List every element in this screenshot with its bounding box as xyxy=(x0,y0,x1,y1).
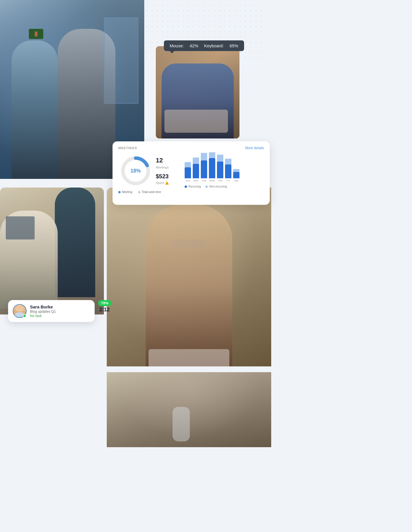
meetings-label: Meetings xyxy=(156,166,182,169)
meetings-count: 12 xyxy=(156,157,182,164)
day-label-sun: Sun xyxy=(186,179,190,182)
meetings-card: MEETINGS More details 18% 12 Meetings $5… xyxy=(113,141,270,205)
day-label-fri: Fri xyxy=(227,179,230,182)
day-label-wed: Wed xyxy=(209,179,215,182)
online-status-dot xyxy=(23,314,26,318)
donut-percent: 18% xyxy=(130,168,141,174)
keyboard-value: 65% xyxy=(230,43,238,48)
footer-dot-meeting xyxy=(118,191,121,193)
legend-nonrecurring: Non-recurring xyxy=(205,185,227,188)
sara-no-task: No task xyxy=(30,314,90,318)
smiling-woman-image xyxy=(107,188,271,366)
day-label-mon: Mon xyxy=(193,179,198,182)
footer-meeting-label: Meeting xyxy=(122,190,132,194)
day-label-thu: Thu xyxy=(218,179,222,182)
day-label-tue: Tue xyxy=(202,179,206,182)
laptop-man-image xyxy=(156,46,239,138)
spent-label: Spent xyxy=(156,181,182,185)
donut-chart: 18% xyxy=(118,153,153,188)
footer-total-label: Total work time xyxy=(142,190,161,194)
mouse-label: Mouse: xyxy=(170,43,184,48)
sara-name: Sara Burke xyxy=(30,304,90,309)
meetings-section-title: MEETINGS xyxy=(118,146,137,150)
legend-recurring: Recurring xyxy=(185,185,201,188)
usage-tooltip: Mouse: 42% Keyboard: 65% xyxy=(164,40,244,51)
meetings-footer: Meeting Total work time xyxy=(118,190,264,194)
sara-task: Blog updates Q1 xyxy=(30,310,90,314)
sara-avatar-wrapper xyxy=(13,304,27,318)
warning-icon xyxy=(165,181,169,185)
legend-dot-recurring xyxy=(185,186,187,188)
meetings-stats: 12 Meetings $523 Spent xyxy=(156,153,182,188)
keyboard-label: Keyboard: xyxy=(204,43,224,48)
bar-chart: Sun Mon Tue xyxy=(185,153,264,188)
sara-card: Sara Burke Blog updates Q1 No task xyxy=(8,300,95,322)
timer-badge: 78% 2:12 xyxy=(98,300,111,313)
sara-info: Sara Burke Blog updates Q1 No task xyxy=(30,304,90,318)
footer-dot-total xyxy=(138,191,141,193)
bottom-extra-image xyxy=(107,372,271,447)
women-office-image xyxy=(0,188,104,314)
timer-time: 2:12 xyxy=(98,307,110,313)
timer-percent: 78% xyxy=(98,300,111,306)
more-details-link[interactable]: More details xyxy=(245,146,264,150)
spent-amount: $523 xyxy=(156,173,182,179)
legend-dot-nonrecurring xyxy=(205,186,208,188)
mouse-value: 42% xyxy=(190,43,198,48)
day-label-sat: Sat xyxy=(234,179,238,182)
